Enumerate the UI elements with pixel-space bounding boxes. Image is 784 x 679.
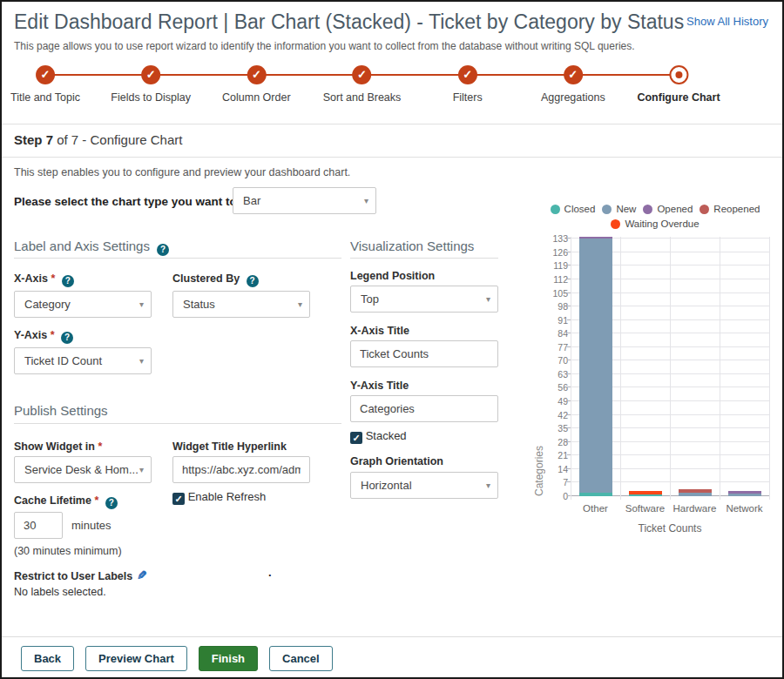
stepper-step[interactable]: ✓Fields to Display — [111, 61, 191, 104]
y-tick-label: 70 — [545, 355, 568, 366]
x-axis-title-input[interactable] — [350, 340, 498, 367]
chart-type-value: Bar — [243, 194, 260, 207]
check-icon: ✓ — [564, 65, 583, 84]
y-tick-label: 49 — [545, 396, 568, 407]
y-tick-label: 84 — [545, 328, 568, 339]
cache-lifetime-unit: minutes — [71, 519, 112, 532]
step-number: Step 7 — [14, 132, 53, 147]
chevron-down-icon: ▾ — [139, 348, 144, 373]
x-category-label: Software — [620, 503, 670, 514]
show-widget-in-select[interactable]: Service Desk & Hom...▾ — [14, 456, 152, 483]
divider — [2, 157, 784, 158]
current-step-icon — [669, 65, 688, 84]
y-axis-title-input[interactable] — [350, 395, 498, 422]
help-icon[interactable]: ? — [157, 244, 169, 256]
bar-segment — [728, 491, 761, 493]
wizard-stepper: ✓Title and Topic✓Fields to Display✓Colum… — [2, 61, 784, 104]
check-icon: ✓ — [352, 65, 371, 84]
stacked-row: ✓ Stacked — [350, 429, 407, 444]
footer-action-bar: Back Preview Chart Finish Cancel — [2, 636, 784, 679]
y-tick-label: 35 — [545, 423, 568, 434]
help-icon[interactable]: ? — [61, 332, 73, 344]
stepper-step[interactable]: ✓Sort and Breaks — [323, 61, 402, 104]
legend-item: New — [602, 204, 636, 214]
x-axis-select[interactable]: Category▾ — [14, 291, 152, 318]
help-icon[interactable]: ? — [62, 275, 74, 287]
widget-title-hyperlink-input[interactable] — [172, 456, 310, 483]
stepper-step[interactable]: Configure Chart — [637, 61, 720, 104]
legend-dot-icon — [551, 205, 560, 214]
x-axis-title-label: X-Axis Title — [350, 325, 409, 337]
stepper-step[interactable]: ✓Aggregations — [541, 61, 605, 104]
graph-orientation-select[interactable]: Horizontal▾ — [350, 472, 498, 499]
x-category-label: Network — [720, 503, 769, 514]
cache-lifetime-label: Cache Lifetime * ? — [14, 494, 118, 509]
widget-title-hyperlink-label: Widget Title Hyperlink — [172, 440, 287, 453]
page-title: Edit Dashboard Report | Bar Chart (Stack… — [14, 10, 684, 34]
legend-item: Closed — [551, 204, 596, 214]
x-category-label: Other — [571, 503, 620, 514]
chart-type-select[interactable]: Bar▾ — [233, 187, 376, 214]
enable-refresh-label: Enable Refresh — [188, 490, 267, 503]
y-axis-select[interactable]: Ticket ID Count▾ — [14, 347, 152, 374]
legend-dot-icon — [611, 219, 620, 229]
chevron-down-icon: ▾ — [486, 473, 490, 498]
y-tick-label: 63 — [545, 369, 568, 380]
clustered-by-value: Status — [183, 298, 215, 311]
chevron-down-icon: ▾ — [298, 292, 302, 317]
page-subtitle: This page allows you to use report wizar… — [14, 40, 635, 52]
check-icon: ✓ — [141, 65, 160, 84]
legend-label: Waiting Overdue — [625, 218, 699, 229]
section-rule — [14, 258, 341, 259]
show-widget-in-label: Show Widget in * — [14, 440, 102, 453]
stepper-step[interactable]: ✓Title and Topic — [10, 61, 80, 104]
preview-chart-button[interactable]: Preview Chart — [85, 646, 187, 671]
stepper-step-label: Sort and Breaks — [323, 91, 402, 104]
stray-dot: . — [268, 566, 272, 579]
bar-segment — [679, 493, 712, 496]
check-icon: ✓ — [458, 65, 477, 84]
legend-label: New — [616, 204, 636, 214]
step-heading: Step 7 of 7 - Configure Chart — [14, 132, 182, 147]
finish-button[interactable]: Finish — [199, 646, 258, 671]
legend-item: Waiting Overdue — [611, 218, 699, 229]
bar-segment — [579, 237, 612, 239]
show-all-history-link[interactable]: Show All History — [686, 15, 768, 28]
back-button[interactable]: Back — [21, 646, 74, 671]
stepper-step[interactable]: ✓Column Order — [222, 61, 291, 104]
help-icon[interactable]: ? — [247, 275, 259, 287]
legend-position-select[interactable]: Top▾ — [350, 286, 498, 313]
step-heading-rest: of 7 - Configure Chart — [53, 132, 182, 147]
chart-legend: ClosedNewOpenedReopenedWaiting Overdue — [537, 204, 773, 229]
clustered-by-select[interactable]: Status▾ — [172, 291, 310, 318]
cache-lifetime-input[interactable] — [14, 512, 63, 539]
y-axis-label: Y-Axis * ? — [14, 329, 73, 344]
y-tick-label: 105 — [545, 288, 568, 299]
plot-area — [571, 237, 769, 496]
enable-refresh-checkbox[interactable]: ✓ — [172, 493, 185, 505]
y-axis-title-label: Y-Axis Title — [350, 380, 409, 392]
legend-label: Reopened — [713, 204, 760, 214]
bar-segment — [728, 494, 761, 496]
chevron-down-icon: ▾ — [139, 292, 144, 317]
cache-lifetime-note: (30 minutes minimum) — [14, 545, 122, 557]
legend-dot-icon — [602, 205, 612, 214]
vertical-gridline — [670, 237, 671, 500]
help-icon[interactable]: ? — [105, 497, 118, 509]
x-category-label: Hardware — [670, 503, 720, 514]
vertical-gridline — [769, 237, 770, 500]
chevron-down-icon: ▾ — [486, 286, 490, 312]
bar-segment — [629, 491, 662, 494]
y-axis-value: Ticket ID Count — [24, 354, 102, 367]
cancel-button[interactable]: Cancel — [269, 646, 333, 671]
stacked-checkbox[interactable]: ✓ — [350, 432, 362, 444]
pencil-icon[interactable]: ✎ — [137, 568, 147, 582]
section-rule — [350, 258, 498, 259]
stepper-step[interactable]: ✓Filters — [453, 61, 483, 104]
stacked-label: Stacked — [366, 429, 407, 442]
clustered-by-label: Clustered By ? — [172, 272, 259, 287]
legend-position-label: Legend Position — [350, 270, 435, 282]
legend-item: Reopened — [700, 204, 760, 214]
y-tick-label: 126 — [545, 247, 568, 258]
stepper-step-label: Configure Chart — [637, 91, 720, 104]
